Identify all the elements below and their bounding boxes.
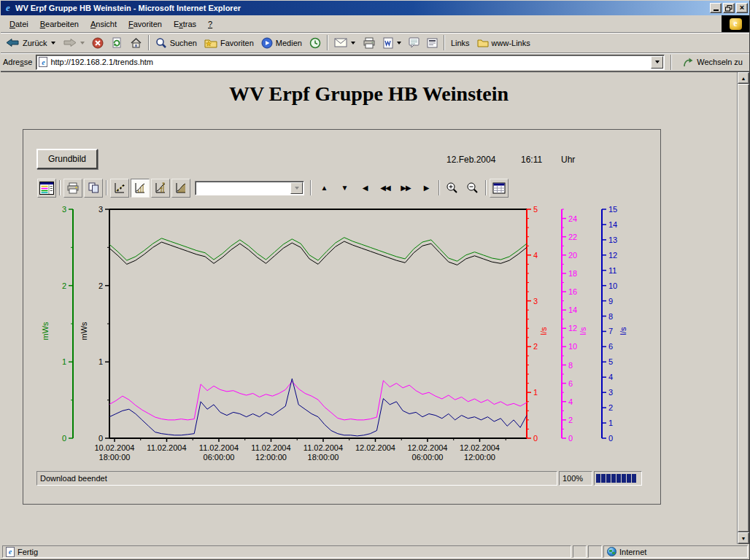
svg-text:2: 2 xyxy=(608,403,613,412)
menu-ansicht[interactable]: Ansicht xyxy=(85,18,123,31)
svg-text:0: 0 xyxy=(62,434,66,443)
svg-text:6: 6 xyxy=(568,379,573,388)
history-button[interactable] xyxy=(306,34,325,52)
copy-icon xyxy=(88,182,100,194)
mail-button[interactable] xyxy=(330,34,359,52)
svg-text:l/s: l/s xyxy=(539,327,548,335)
progress-block xyxy=(616,474,621,483)
progress-block xyxy=(611,474,616,483)
restore-button[interactable] xyxy=(723,3,735,13)
combobox-arrow-button[interactable] xyxy=(290,182,303,194)
address-dropdown-button[interactable] xyxy=(651,56,663,69)
ie-page-icon: e xyxy=(39,57,47,67)
refresh-button[interactable] xyxy=(107,34,126,52)
trend-toolbar-separator xyxy=(310,180,312,195)
scroll-up-button[interactable]: ▲ xyxy=(738,72,749,84)
print-icon xyxy=(363,37,376,49)
trend-print-button[interactable] xyxy=(63,179,82,198)
scroll-down-button[interactable]: ▼ xyxy=(738,532,749,544)
browser-window: e WV Erpf Gruppe HB Weinstein - Microsof… xyxy=(0,0,750,560)
menu-favoriten[interactable]: Favoriten xyxy=(123,18,168,31)
edit-button[interactable] xyxy=(379,34,405,52)
svg-text:12: 12 xyxy=(608,251,617,260)
stop-button[interactable] xyxy=(88,34,107,52)
go-button[interactable]: Wechseln zu xyxy=(678,55,747,69)
favorites-button[interactable]: Favoriten xyxy=(201,34,258,52)
close-icon: × xyxy=(740,4,744,12)
address-url[interactable]: http://192.168.2.1/trends.htm xyxy=(50,58,153,66)
links-www-links[interactable]: www-Links xyxy=(473,34,534,52)
edit-dropdown-icon[interactable] xyxy=(397,42,401,44)
home-button[interactable] xyxy=(126,34,146,52)
menu-extras[interactable]: Extras xyxy=(168,18,202,31)
svg-text:11.02.2004: 11.02.2004 xyxy=(304,443,343,452)
address-label: Adresse xyxy=(3,58,32,66)
mail-dropdown-icon[interactable] xyxy=(351,42,355,44)
svg-text:1: 1 xyxy=(533,388,538,397)
history-icon xyxy=(309,37,321,49)
messenger-button[interactable] xyxy=(423,34,441,52)
svg-text:0: 0 xyxy=(98,434,103,443)
links-label: Links xyxy=(447,34,473,52)
pan-up-button[interactable]: ▲ xyxy=(314,179,333,198)
copy-button[interactable] xyxy=(84,179,103,198)
trend-statusbar: Download beendet 100% xyxy=(36,471,642,486)
progress-block xyxy=(601,474,606,483)
legend-button[interactable] xyxy=(37,179,56,198)
svg-text:20: 20 xyxy=(568,251,577,260)
applet-time: 16:11 xyxy=(521,155,542,165)
trend-type-curve-marks-button[interactable] xyxy=(151,179,170,198)
minimize-button[interactable] xyxy=(710,3,722,13)
status-zone-pane: Internet xyxy=(603,545,748,558)
svg-text:15: 15 xyxy=(608,205,617,214)
address-input[interactable]: e http://192.168.2.1/trends.htm xyxy=(36,55,665,70)
menu-datei[interactable]: Datei xyxy=(4,18,34,31)
discuss-button[interactable] xyxy=(405,34,423,52)
page-left-button[interactable]: ◀◀ xyxy=(376,179,395,198)
trend-type-curve-button[interactable] xyxy=(131,179,150,198)
media-button[interactable]: Medien xyxy=(258,34,306,52)
svg-text:3: 3 xyxy=(608,388,613,397)
trend-type-histogram-button[interactable] xyxy=(171,179,190,198)
forward-button[interactable] xyxy=(59,34,88,52)
pan-right-button[interactable]: ▶ xyxy=(417,179,436,198)
zoom-out-button[interactable] xyxy=(463,179,482,198)
value-table-button[interactable] xyxy=(490,179,509,198)
menu-bearbeiten[interactable]: Bearbeiten xyxy=(34,18,85,31)
messenger-icon xyxy=(427,38,438,48)
svg-text:mWs: mWs xyxy=(80,322,88,341)
web-page: WV Erpf Gruppe HB Weinstein Grundbild 12… xyxy=(1,72,737,544)
svg-text:1: 1 xyxy=(62,357,66,366)
close-button[interactable]: × xyxy=(736,3,748,13)
pan-down-button[interactable]: ▼ xyxy=(335,179,354,198)
trend-toolbar-separator xyxy=(438,180,440,195)
svg-text:12:00:00: 12:00:00 xyxy=(464,453,495,462)
svg-text:4: 4 xyxy=(533,251,538,260)
pan-left-button[interactable]: ◀ xyxy=(355,179,374,198)
scrollbar-thumb[interactable] xyxy=(738,84,749,532)
svg-text:l/s: l/s xyxy=(579,327,587,335)
svg-text:6: 6 xyxy=(608,342,613,351)
back-button[interactable]: Zurück xyxy=(2,34,59,52)
svg-text:0: 0 xyxy=(608,434,613,443)
progress-blocks xyxy=(594,471,642,486)
grundbild-button[interactable]: Grundbild xyxy=(36,149,98,169)
menu-hilfe[interactable]: ? xyxy=(202,18,218,31)
curve-select-combobox[interactable] xyxy=(195,181,304,195)
search-button[interactable]: Suchen xyxy=(152,34,201,52)
vertical-scrollbar[interactable]: ▲ ▼ xyxy=(737,72,749,544)
svg-text:2: 2 xyxy=(533,342,538,351)
back-dropdown-icon[interactable] xyxy=(51,42,55,44)
svg-text:4: 4 xyxy=(568,397,573,406)
toolbar-separator xyxy=(327,35,328,50)
folder-icon xyxy=(477,38,489,47)
trend-curve-marks-icon xyxy=(154,182,167,195)
zone-text: Internet xyxy=(619,548,646,556)
print-button[interactable] xyxy=(359,34,379,52)
svg-text:24: 24 xyxy=(568,214,577,223)
zoom-in-button[interactable] xyxy=(443,179,462,198)
trend-type-scatter-button[interactable] xyxy=(110,179,129,198)
search-icon xyxy=(155,37,167,49)
page-right-button[interactable]: ▶▶ xyxy=(396,179,415,198)
refresh-icon xyxy=(111,37,123,49)
